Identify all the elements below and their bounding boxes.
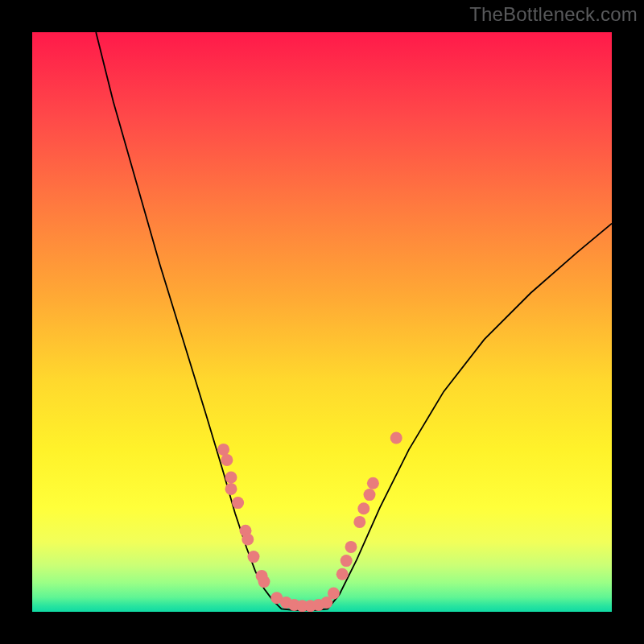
watermark-text: TheBottleneck.com [469,3,638,26]
data-point [225,472,237,484]
data-points [217,432,402,613]
data-point [217,444,229,456]
data-point [248,551,260,563]
chart-canvas: TheBottleneck.com [0,0,644,644]
data-point [357,502,369,514]
data-point [221,454,233,466]
data-point [364,489,376,501]
data-point [390,432,402,444]
data-point [345,541,357,553]
data-point [232,497,244,509]
data-point [242,534,254,546]
data-point [353,516,365,528]
data-point [225,483,237,495]
curve-layer [32,32,612,612]
data-point [336,568,349,580]
plot-area [32,32,612,612]
data-point [258,576,270,588]
data-point [367,477,379,489]
data-point [328,588,340,600]
data-point [341,555,353,567]
